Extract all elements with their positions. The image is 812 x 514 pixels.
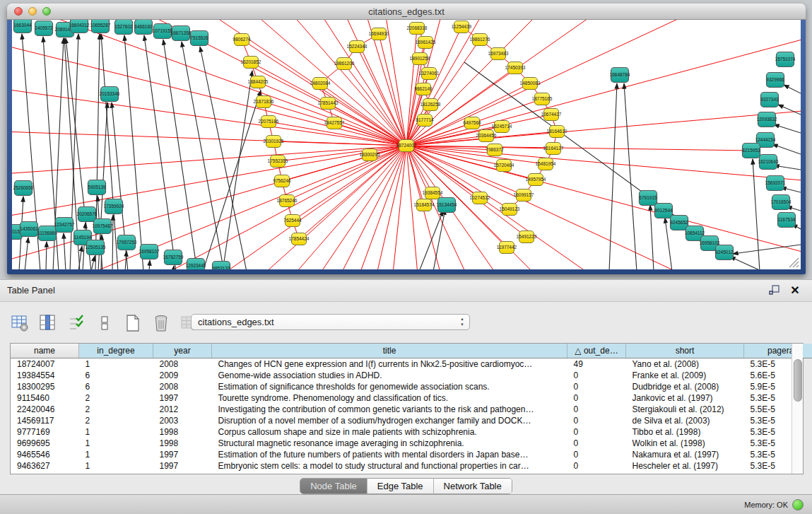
- graph-node[interactable]: 16958107: [139, 245, 160, 259]
- graph-node[interactable]: 16648784: [610, 68, 630, 83]
- create-table-button[interactable]: [123, 313, 143, 333]
- graph-node[interactable]: 19384554: [423, 187, 443, 199]
- graph-node[interactable]: 2405572: [35, 21, 53, 36]
- graph-node[interactable]: 15184574: [414, 199, 435, 211]
- graph-node[interactable]: 1435061: [20, 222, 38, 237]
- column-header-name[interactable]: name: [11, 344, 79, 358]
- graph-node[interactable]: 15134454: [437, 198, 457, 213]
- graph-node[interactable]: 6497568: [463, 117, 481, 129]
- graph-node[interactable]: 9329966: [766, 73, 784, 88]
- graph-node[interactable]: 19861206: [334, 58, 355, 70]
- graph-node[interactable]: 17552355: [268, 156, 288, 168]
- graph-node[interactable]: 15049123: [500, 204, 520, 216]
- graph-node[interactable]: 25260650: [13, 181, 34, 196]
- graph-node[interactable]: 16671358: [171, 26, 192, 41]
- graph-node[interactable]: 16164127: [543, 143, 564, 155]
- table-row[interactable]: 911546021997Tourette syndrome. Phenomeno…: [11, 392, 812, 404]
- graph-node[interactable]: 20301925: [264, 136, 284, 148]
- table-row[interactable]: 1456911722003Disruption of a novel membe…: [11, 415, 812, 426]
- graph-node[interactable]: 13274061: [419, 68, 440, 80]
- graph-node[interactable]: 9227343: [760, 93, 779, 107]
- graph-node[interactable]: 12923448: [186, 259, 206, 270]
- graph-node[interactable]: 9756246: [273, 175, 291, 187]
- scrollbar-thumb[interactable]: [794, 359, 802, 402]
- graph-node[interactable]: 8215953: [742, 144, 760, 158]
- graph-node[interactable]: 12505135: [86, 240, 106, 255]
- graph-node[interactable]: 11977442: [497, 242, 517, 254]
- table-selector-dropdown[interactable]: citations_edges.txt ▲▼: [191, 314, 470, 330]
- graph-node[interactable]: 9012544: [654, 204, 673, 218]
- table-row[interactable]: 977716911998Corpus callosum shape and si…: [11, 426, 812, 438]
- graph-node[interactable]: 15481954: [536, 158, 556, 170]
- graph-node[interactable]: 20153346: [100, 87, 120, 102]
- graph-node[interactable]: 7515526: [190, 31, 208, 46]
- graph-node[interactable]: 18844205: [248, 76, 269, 88]
- graph-node[interactable]: 14850083: [520, 78, 541, 90]
- graph-node[interactable]: 5905139: [88, 180, 106, 195]
- graph-node[interactable]: 1167534: [778, 213, 796, 228]
- canvas-resize-grip[interactable]: [789, 258, 799, 267]
- graph-node[interactable]: 9806274: [233, 34, 251, 46]
- graph-node[interactable]: 19861276: [470, 34, 490, 46]
- delete-table-button[interactable]: [151, 313, 171, 333]
- graph-node[interactable]: 16694910: [369, 28, 389, 40]
- graph-node[interactable]: 15751074: [775, 52, 796, 67]
- column-header-out-degree[interactable]: △ out_de…: [567, 344, 626, 358]
- graph-node[interactable]: 16245714: [492, 121, 512, 133]
- graph-node[interactable]: 16973483: [488, 48, 509, 60]
- show-columns-button[interactable]: [38, 313, 58, 333]
- graph-node[interactable]: 17957253: [117, 235, 137, 250]
- change-table-mode-button[interactable]: [10, 313, 30, 333]
- graph-node[interactable]: 16604312: [69, 20, 90, 33]
- graph-node[interactable]: 10674427: [541, 109, 562, 121]
- column-header-title[interactable]: title: [212, 344, 567, 358]
- vertical-scrollbar[interactable]: [792, 344, 803, 474]
- graph-node[interactable]: 20364456: [476, 130, 497, 142]
- graph-node[interactable]: 17450393: [505, 62, 526, 74]
- graph-node[interactable]: 9245012: [715, 245, 734, 260]
- graph-node[interactable]: 15224348: [347, 41, 367, 53]
- graph-node[interactable]: 12093832: [757, 112, 777, 127]
- graph-node[interactable]: 9853133: [212, 262, 230, 270]
- graph-node[interactable]: 6466160: [134, 20, 153, 35]
- graph-node[interactable]: 10975487: [93, 219, 113, 234]
- graph-node[interactable]: 17851443: [318, 98, 339, 110]
- graph-node[interactable]: 1527602: [114, 20, 133, 35]
- graph-node[interactable]: 11254439: [452, 21, 472, 33]
- graph-node[interactable]: 12342757: [54, 218, 75, 233]
- graph-node[interactable]: 18775165: [532, 93, 553, 105]
- graph-node[interactable]: 18427557: [324, 117, 345, 129]
- column-header-year[interactable]: year: [153, 344, 212, 358]
- select-rows-button[interactable]: [66, 313, 86, 333]
- graph-node[interactable]: 7625444: [283, 215, 302, 227]
- graph-node[interactable]: 1663044: [13, 20, 32, 33]
- table-row[interactable]: 946362711997Embryonic stem cells: a mode…: [11, 460, 812, 472]
- graph-node[interactable]: 11156869: [37, 226, 57, 241]
- graph-node[interactable]: 22075186: [259, 116, 279, 128]
- graph-node[interactable]: 22068318: [407, 23, 428, 35]
- graph-node[interactable]: 15491223: [517, 231, 537, 243]
- table-row[interactable]: 2242004622012Investigating the contribut…: [11, 404, 812, 415]
- column-header-in-degree[interactable]: in_degree: [79, 344, 153, 358]
- graph-node[interactable]: 15720464: [494, 160, 514, 172]
- graph-node[interactable]: 10719155: [153, 24, 173, 39]
- table-row[interactable]: 969969511998Structural magnetic resonanc…: [11, 438, 812, 449]
- tab-network-table[interactable]: Network Table: [434, 479, 512, 493]
- tab-node-table[interactable]: Node Table: [300, 479, 367, 493]
- table-row[interactable]: 946554611997Estimation of the future num…: [11, 449, 812, 460]
- graph-node[interactable]: 18126258: [420, 99, 441, 111]
- float-panel-button[interactable]: [768, 284, 781, 297]
- graph-node[interactable]: 21871836: [254, 96, 274, 108]
- graph-node[interactable]: 18901258: [410, 53, 430, 65]
- graph-node[interactable]: 18164610: [547, 126, 567, 138]
- close-panel-button[interactable]: ✕: [788, 283, 802, 297]
- graph-node[interactable]: 16210643: [758, 155, 779, 170]
- graph-node[interactable]: 6791915: [639, 191, 657, 206]
- graph-node[interactable]: 17016504: [771, 195, 792, 210]
- graph-node[interactable]: 16961425: [416, 37, 436, 49]
- graph-node[interactable]: 14957954: [526, 174, 546, 186]
- graph-node[interactable]: 16201852: [241, 57, 261, 69]
- window-titlebar[interactable]: citations_edges.txt: [7, 4, 806, 20]
- tab-edge-table[interactable]: Edge Table: [367, 479, 434, 493]
- graph-node[interactable]: 18765246: [277, 195, 298, 207]
